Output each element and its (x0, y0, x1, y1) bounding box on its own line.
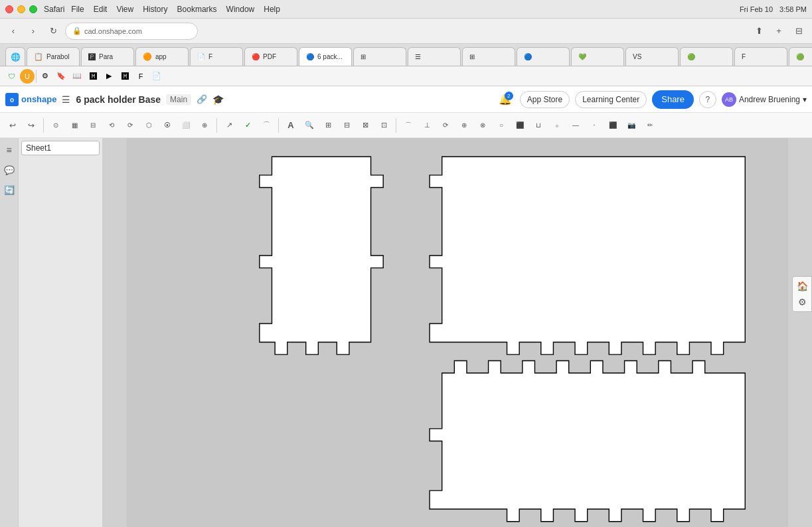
app-store-button[interactable]: App Store (520, 91, 570, 108)
pencil-tool[interactable]: ✏ (641, 117, 659, 134)
doc-branch[interactable]: Main (166, 94, 191, 105)
tab-onshape[interactable]: 🔵 6 pack... (299, 47, 352, 66)
tab-13[interactable]: VS (625, 47, 679, 66)
learning-center-button[interactable]: Learning Center (575, 91, 647, 108)
perp-tool[interactable]: ⊥ (418, 117, 436, 134)
ext-5[interactable]: 📖 (70, 69, 84, 84)
point-tool[interactable]: ⦿ (159, 117, 176, 134)
view-3d-icon[interactable]: 🏠 (795, 279, 809, 293)
menu-help[interactable]: Help (264, 5, 280, 14)
search-tool[interactable]: 🔍 (301, 117, 318, 134)
menu-view[interactable]: View (116, 5, 133, 14)
drawing-view[interactable]: ⊟ (84, 117, 102, 134)
menu-window[interactable]: Window (226, 5, 255, 14)
hatch-tool[interactable]: ⬝ (586, 117, 603, 134)
tab-11[interactable]: 🔵 (517, 47, 570, 66)
close-button[interactable] (5, 5, 13, 13)
circle2-tool[interactable]: ○ (493, 117, 510, 134)
zoom-fit-button[interactable]: ⊙ (47, 117, 64, 134)
address-bar[interactable]: 🔒 cad.onshape.com (65, 23, 198, 40)
share-button[interactable]: Share (652, 90, 694, 109)
tab-2[interactable]: 📋Parabol (27, 47, 80, 66)
line-tool[interactable]: — (567, 117, 584, 134)
subtract-tool[interactable]: ⊗ (474, 117, 491, 134)
tab-title: 6 pack... (317, 53, 343, 60)
link-icon[interactable]: 🔗 (197, 94, 207, 104)
ext-9[interactable]: F (133, 69, 148, 84)
tab-6[interactable]: 🔴PDF (244, 47, 297, 66)
refresh-button[interactable]: ↻ (45, 23, 61, 39)
tab-1[interactable]: 🌐 (5, 47, 25, 66)
maximize-button[interactable] (29, 5, 37, 13)
settings-icon[interactable]: ⚙ (795, 295, 809, 309)
rotate-right[interactable]: ⟳ (122, 117, 139, 134)
tab-16[interactable]: 🟢 (789, 47, 812, 66)
sheet-item[interactable]: Sheet1 (21, 141, 100, 155)
fill-tool[interactable]: ⬛ (511, 117, 528, 134)
grid-tool[interactable]: ⊞ (319, 117, 337, 134)
undo-button[interactable]: ↩ (4, 117, 21, 134)
sidebar-icon-chat[interactable]: 💬 (1, 162, 17, 178)
check-tool[interactable]: ✓ (239, 117, 256, 134)
add-tool[interactable]: ⊕ (455, 117, 473, 134)
ext-4[interactable]: 🔖 (54, 69, 68, 84)
constraint-tool[interactable]: ⊡ (375, 117, 392, 134)
chamfer-tool[interactable]: ⊔ (530, 117, 547, 134)
ext-10[interactable]: 📄 (149, 69, 164, 84)
onshape-logo[interactable]: o onshape (5, 93, 56, 106)
arrow-tool[interactable]: ↗ (220, 117, 238, 134)
menu-bookmarks[interactable]: Bookmarks (177, 5, 217, 14)
tab-4[interactable]: 🟠app (135, 47, 189, 66)
circle-tool[interactable]: ⊕ (196, 117, 213, 134)
ext-6[interactable]: 🅼 (86, 69, 100, 84)
back-button[interactable]: ‹ (5, 23, 21, 39)
dimension-tool[interactable]: ⊠ (357, 117, 374, 134)
time: 3:58 PM (779, 5, 807, 13)
tangent-tool[interactable]: ⌒ (400, 117, 417, 134)
arc-tool[interactable]: ⌒ (258, 117, 275, 134)
toggle-bom[interactable]: ▦ (66, 117, 83, 134)
ext-8[interactable]: 🅼 (118, 69, 132, 84)
header-right: 🔔 2 App Store Learning Center Share ? AB… (496, 90, 807, 109)
chevron-down-icon: ▾ (803, 95, 807, 104)
follow-icon[interactable]: 🎓 (212, 94, 224, 105)
import-tool[interactable]: ⬛ (604, 117, 621, 134)
redo-button[interactable]: ↪ (23, 117, 40, 134)
tab-14[interactable]: 🟢 (680, 47, 733, 66)
user-menu[interactable]: AB Andrew Bruening ▾ (722, 92, 807, 107)
table-tool[interactable]: ⊟ (338, 117, 355, 134)
tab-8[interactable]: ⊞ (353, 47, 406, 66)
refresh-tool[interactable]: ⟳ (437, 117, 454, 134)
minimize-button[interactable] (17, 5, 25, 13)
ext-2[interactable]: U (20, 69, 35, 84)
text-tool[interactable]: A (282, 117, 299, 134)
menu-file[interactable]: File (71, 5, 84, 14)
menu-edit[interactable]: Edit (94, 5, 108, 14)
camera-tool[interactable]: 📷 (623, 117, 640, 134)
tab-12[interactable]: 💚 (571, 47, 624, 66)
tab-3[interactable]: 🅿Para (81, 47, 134, 66)
mirror-tool[interactable]: ⬦ (548, 117, 566, 134)
sidebar-icon-history[interactable]: 🔄 (1, 182, 17, 198)
tab-15[interactable]: F (734, 47, 787, 66)
ext-3[interactable]: ⚙ (38, 69, 52, 84)
new-tab-button[interactable]: + (771, 23, 787, 39)
menu-hamburger[interactable]: ☰ (62, 94, 70, 105)
notification-button[interactable]: 🔔 2 (496, 90, 515, 109)
ext-1[interactable]: 🛡 (4, 69, 19, 84)
share-browser-button[interactable]: ⬆ (751, 23, 767, 39)
drawing-svg (103, 138, 812, 527)
drawing-canvas[interactable]: 🏠 ⚙ (103, 138, 812, 527)
sidebar-toggle[interactable]: ⊟ (791, 23, 807, 39)
tab-5[interactable]: 📄F (190, 47, 243, 66)
menu-history[interactable]: History (143, 5, 167, 14)
tab-9[interactable]: ☰ (408, 47, 461, 66)
rotate-left[interactable]: ⟲ (103, 117, 120, 134)
sidebar-icon-filter[interactable]: ≡ (1, 142, 17, 158)
help-button[interactable]: ? (699, 91, 716, 108)
rect-tool[interactable]: ⬜ (177, 117, 195, 134)
tab-10[interactable]: ⊞ (462, 47, 515, 66)
polygon-tool[interactable]: ⬡ (140, 117, 157, 134)
ext-7[interactable]: ▶ (102, 69, 116, 84)
forward-button[interactable]: › (25, 23, 41, 39)
